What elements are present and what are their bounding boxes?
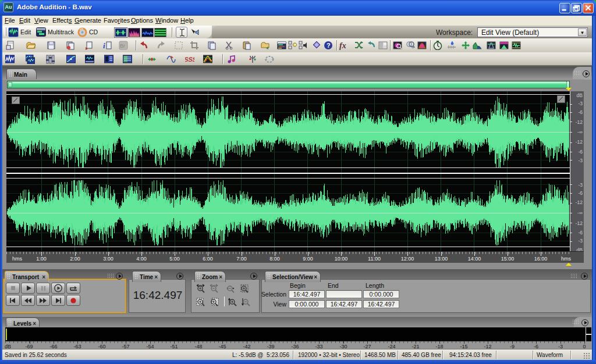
svg-text:Br: Br [120, 43, 125, 49]
svg-text:SSS: SSS [185, 56, 194, 63]
svg-text:i: i [103, 41, 105, 50]
svg-text:?: ? [327, 42, 331, 49]
svg-text:fx: fx [339, 41, 346, 50]
